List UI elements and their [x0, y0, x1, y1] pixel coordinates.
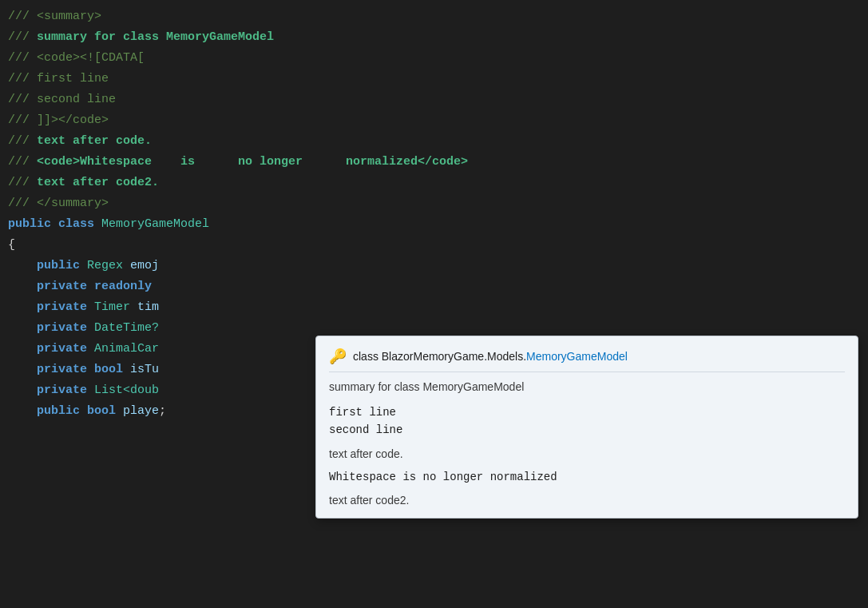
comment-slash: /// [8, 132, 37, 151]
comment-text: ]]></code> [37, 111, 109, 130]
comment-slash: /// [8, 173, 37, 193]
code-line: public class MemoryGameModel [0, 214, 868, 235]
comment-slash: /// [8, 153, 37, 172]
code-line: { [0, 235, 868, 256]
comment-bold: text after code2. [37, 173, 159, 193]
tooltip-header: 🔑 class BlazorMemoryGame.Models.MemoryGa… [329, 348, 845, 365]
comment-slash: /// [8, 49, 37, 68]
comment-slash: /// [8, 194, 37, 213]
tooltip-code-block: first line second line [329, 403, 845, 439]
comment-slash: /// [8, 7, 37, 26]
class-name: MemoryGameModel [101, 215, 209, 234]
code-line: public Regex emoj [0, 256, 868, 276]
comment-text: second line [37, 90, 116, 109]
code-line: /// first line [0, 69, 868, 89]
keyword: private [37, 360, 87, 380]
class-name: Timer [94, 298, 130, 317]
tooltip-text-after-code2: text after code2. [329, 494, 845, 507]
keyword: private [37, 381, 87, 400]
code-line: /// <code><![CDATA[ [0, 48, 868, 69]
keyword: private [37, 340, 87, 359]
keyword: public [37, 402, 80, 421]
comment-bold: text after code. [37, 132, 152, 151]
code-line-1: first line [329, 403, 845, 421]
code-line: private readonly [0, 276, 868, 297]
class-name: Regex [87, 256, 123, 276]
keyword: private readonly [37, 277, 152, 296]
comment-text: <summary> [37, 7, 101, 26]
class-name-link: MemoryGameModel [526, 350, 628, 363]
comment-slash: /// [8, 70, 37, 89]
code-line: /// <code>Whitespace is no longer normal… [0, 152, 868, 173]
code-line-2: second line [329, 421, 845, 439]
code-line: /// summary for class MemoryGameModel [0, 27, 868, 48]
code-line: /// text after code2. [0, 173, 868, 193]
keyword: public [37, 256, 80, 276]
comment-text: </summary> [37, 194, 109, 213]
comment-bold: <code>Whitespace is no longer normalized… [37, 153, 468, 172]
code-line: /// </summary> [0, 193, 868, 214]
comment-text: first line [37, 70, 109, 89]
namespace-prefix: class BlazorMemoryGame.Models. [353, 350, 526, 363]
tooltip-whitespace-code: Whitespace is no longer normalized [329, 468, 845, 486]
keyword: bool [94, 360, 123, 380]
code-line: /// text after code. [0, 131, 868, 152]
comment-slash: /// [8, 28, 37, 47]
code-line: /// <summary> [0, 6, 868, 27]
class-name: AnimalCar [94, 340, 159, 359]
tooltip-text-after-code: text after code. [329, 447, 845, 460]
comment-slash: /// [8, 111, 37, 130]
code-line: /// second line [0, 89, 868, 110]
keyword: bool [87, 402, 116, 421]
tooltip-summary-text: summary for class MemoryGameModel [329, 379, 845, 395]
keyword: private [37, 298, 87, 317]
comment-text: <code><![CDATA[ [37, 49, 145, 68]
code-line: private Timer tim [0, 297, 868, 318]
class-name: DateTime? [94, 319, 159, 338]
tooltip-title: class BlazorMemoryGame.Models.MemoryGame… [353, 350, 628, 363]
class-name: List<doub [94, 381, 159, 400]
class-icon: 🔑 [329, 348, 347, 365]
tooltip-popup: 🔑 class BlazorMemoryGame.Models.MemoryGa… [315, 336, 858, 519]
keyword: private [37, 319, 87, 338]
comment-bold: summary for class MemoryGameModel [37, 28, 274, 47]
keyword: public [8, 215, 51, 234]
separator [329, 372, 845, 372]
code-line: /// ]]></code> [0, 110, 868, 131]
comment-slash: /// [8, 90, 37, 109]
keyword: class [58, 215, 94, 234]
